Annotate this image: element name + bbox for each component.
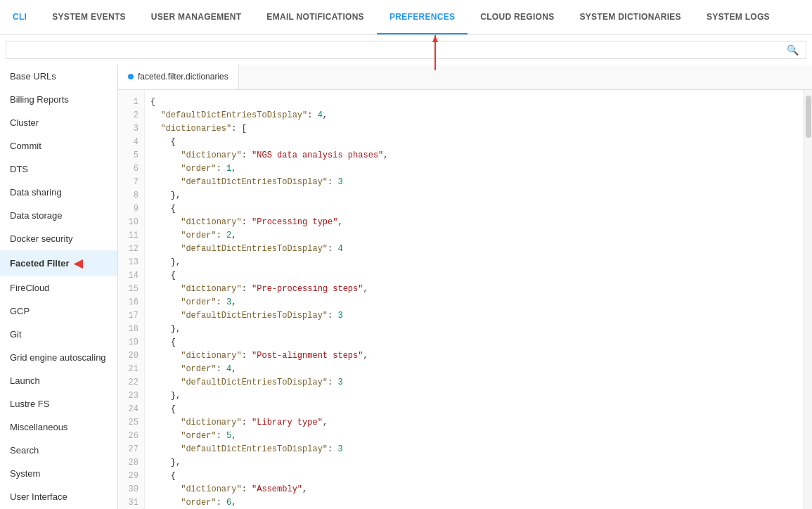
- code-line: "defaultDictEntriesToDisplay": 3: [150, 443, 804, 456]
- nav-item-user-management[interactable]: USER MANAGEMENT: [138, 0, 254, 34]
- line-number: 17: [118, 309, 144, 323]
- sidebar-item-label: System: [10, 468, 40, 479]
- code-line: },: [150, 189, 804, 202]
- global-search-input[interactable]: [13, 45, 787, 56]
- sidebar-item-label: Launch: [10, 375, 40, 386]
- code-line: "dictionary": "NGS data analysis phases"…: [150, 149, 804, 162]
- sidebar-item-search[interactable]: Search: [0, 439, 117, 462]
- line-number: 24: [118, 403, 144, 416]
- code-line: {: [150, 336, 804, 349]
- sidebar-item-base-urls[interactable]: Base URLs: [0, 65, 117, 88]
- line-number: 28: [118, 456, 144, 470]
- code-line: "order": 2,: [150, 229, 804, 243]
- code-line: },: [150, 456, 804, 470]
- code-line: "dictionary": "Assembly",: [150, 483, 804, 496]
- nav-item-email-notifications[interactable]: EMAIL NOTIFICATIONS: [254, 0, 377, 34]
- code-line: "order": 1,: [150, 162, 804, 176]
- sidebar-item-faceted-filter[interactable]: Faceted Filter◀: [0, 250, 117, 276]
- sidebar-item-data-sharing[interactable]: Data sharing: [0, 181, 117, 204]
- nav-item-system-events[interactable]: SYSTEM EVENTS: [39, 0, 138, 34]
- line-number: 30: [118, 483, 144, 496]
- sidebar-item-launch[interactable]: Launch: [0, 369, 117, 392]
- line-number: 14: [118, 269, 144, 283]
- code-line: "defaultDictEntriesToDisplay": 3: [150, 376, 804, 389]
- code-line: "order": 4,: [150, 363, 804, 376]
- line-number: 12: [118, 243, 144, 256]
- line-number: 16: [118, 296, 144, 309]
- sidebar-item-grid-engine-autoscaling[interactable]: Grid engine autoscaling: [0, 346, 117, 369]
- code-editor: 1234567891011121314151617181920212223242…: [118, 90, 812, 509]
- vertical-scrollbar[interactable]: [804, 90, 812, 509]
- sidebar-item-miscellaneous[interactable]: Miscellaneous: [0, 415, 117, 439]
- sidebar-item-label: Cluster: [10, 117, 39, 128]
- sidebar-item-label: Base URLs: [10, 71, 56, 82]
- code-line: {: [150, 269, 804, 283]
- sidebar-item-label: Search: [10, 445, 39, 456]
- code-line: "order": 5,: [150, 430, 804, 443]
- sidebar-item-label: Docker security: [10, 233, 73, 244]
- sidebar-item-label: Grid engine autoscaling: [10, 352, 106, 363]
- sidebar-item-docker-security[interactable]: Docker security: [0, 227, 117, 250]
- sidebar-item-system[interactable]: System: [0, 462, 117, 485]
- line-number: 9: [118, 202, 144, 216]
- nav-item-system-dictionaries[interactable]: SYSTEM DICTIONARIES: [567, 0, 694, 34]
- sidebar-item-gcp[interactable]: GCP: [0, 299, 117, 323]
- sidebar-item-lustre-fs[interactable]: Lustre FS: [0, 392, 117, 415]
- line-number: 4: [118, 136, 144, 149]
- tab-dot: [128, 74, 134, 79]
- line-number: 19: [118, 336, 144, 349]
- code-line: "dictionary": "Pre-processing steps",: [150, 283, 804, 296]
- code-line: "order": 6,: [150, 496, 804, 509]
- code-line: "defaultDictEntriesToDisplay": 3: [150, 176, 804, 189]
- sidebar-item-label: Billing Reports: [10, 94, 69, 105]
- sidebar-item-git[interactable]: Git: [0, 323, 117, 346]
- code-line: "dictionary": "Library type",: [150, 416, 804, 430]
- main-panel: faceted.filter.dictionaries 123456789101…: [118, 65, 812, 509]
- top-navigation: CLISYSTEM EVENTSUSER MANAGEMENTEMAIL NOT…: [0, 0, 812, 35]
- sidebar-item-cluster[interactable]: Cluster: [0, 111, 117, 134]
- sidebar-item-label: Commit: [10, 141, 41, 151]
- code-content[interactable]: { "defaultDictEntriesToDisplay": 4, "dic…: [145, 90, 804, 509]
- line-number: 22: [118, 376, 144, 389]
- line-number: 5: [118, 149, 144, 162]
- sidebar-item-label: GCP: [10, 306, 30, 316]
- sidebar-item-label: Faceted Filter: [10, 258, 70, 269]
- code-line: {: [150, 136, 804, 149]
- sidebar-item-label: Lustre FS: [10, 399, 49, 409]
- sidebar-item-label: Miscellaneous: [10, 422, 67, 432]
- nav-item-cloud-regions[interactable]: CLOUD REGIONS: [468, 0, 567, 34]
- line-number: 23: [118, 389, 144, 403]
- line-number: 25: [118, 416, 144, 430]
- line-number: 6: [118, 162, 144, 176]
- sidebar-item-commit[interactable]: Commit: [0, 134, 117, 157]
- line-number: 11: [118, 229, 144, 243]
- code-line: "defaultDictEntriesToDisplay": 3: [150, 309, 804, 323]
- code-line: "dictionary": "Post-alignment steps",: [150, 349, 804, 363]
- active-tab[interactable]: faceted.filter.dictionaries: [118, 65, 239, 89]
- line-number: 7: [118, 176, 144, 189]
- nav-item-system-logs[interactable]: SYSTEM LOGS: [694, 0, 782, 34]
- sidebar-item-user-interface[interactable]: User Interface: [0, 485, 117, 508]
- sidebar-item-billing-reports[interactable]: Billing Reports: [0, 88, 117, 111]
- line-number: 26: [118, 430, 144, 443]
- settings-sidebar: Base URLsBilling ReportsClusterCommitDTS…: [0, 65, 118, 509]
- line-number: 27: [118, 443, 144, 456]
- line-number: 15: [118, 283, 144, 296]
- code-line: {: [150, 470, 804, 483]
- nav-item-cli[interactable]: CLI: [0, 0, 39, 34]
- scrollbar-thumb[interactable]: [806, 96, 811, 138]
- code-line: {: [150, 96, 804, 109]
- code-line: {: [150, 403, 804, 416]
- sidebar-item-firecloud[interactable]: FireCloud: [0, 276, 117, 299]
- sidebar-item-label: Git: [10, 329, 22, 340]
- sidebar-item-dts[interactable]: DTS: [0, 157, 117, 181]
- code-line: "defaultDictEntriesToDisplay": 4,: [150, 109, 804, 122]
- line-number: 1: [118, 96, 144, 109]
- code-line: },: [150, 323, 804, 336]
- nav-item-preferences[interactable]: PREFERENCES: [377, 0, 468, 34]
- line-number: 18: [118, 323, 144, 336]
- sidebar-item-data-storage[interactable]: Data storage: [0, 204, 117, 227]
- code-line: {: [150, 202, 804, 216]
- code-line: },: [150, 256, 804, 269]
- code-line: "defaultDictEntriesToDisplay": 4: [150, 243, 804, 256]
